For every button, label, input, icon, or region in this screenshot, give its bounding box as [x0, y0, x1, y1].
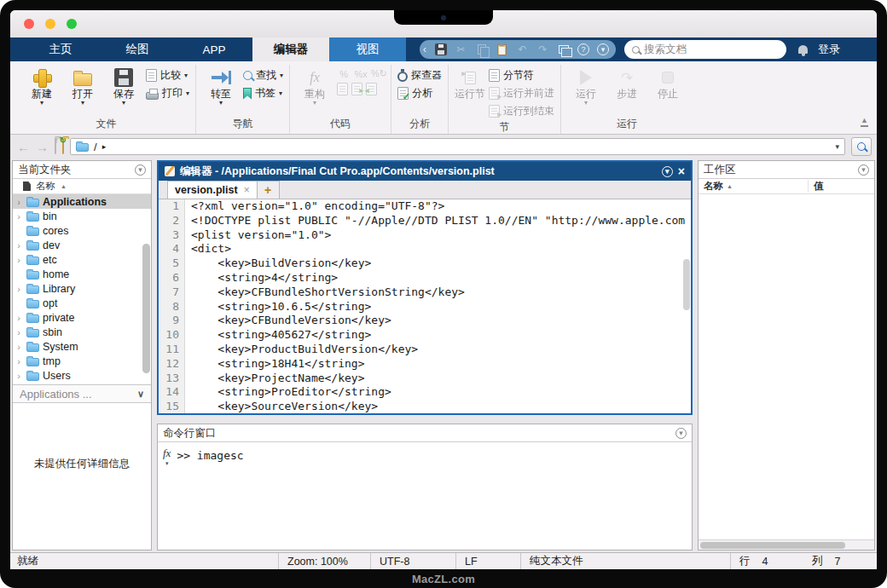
analyze-button[interactable]: ✓ 分析 — [397, 86, 442, 101]
code-line[interactable]: 1<?xml version="1.0" encoding="UTF-8"?> — [159, 199, 691, 214]
code-line[interactable]: 14 <string>ProEditor</string> — [159, 385, 691, 400]
quick-access-collapse-icon[interactable]: › — [423, 43, 426, 55]
tab-plots[interactable]: 绘图 — [99, 37, 176, 61]
smart-indent-icon[interactable] — [337, 83, 348, 95]
tree-item-private[interactable]: ›private — [13, 310, 151, 325]
close-window-button[interactable] — [24, 19, 34, 29]
command-prompt[interactable]: >> imagesc — [177, 448, 243, 462]
forward-icon[interactable]: → — [36, 141, 49, 153]
tree-item-cores[interactable]: cores — [13, 223, 151, 238]
tab-version-plist[interactable]: version.plist × — [167, 181, 258, 199]
editor-menu-icon[interactable]: ▾ — [662, 166, 673, 177]
folder-columns-header[interactable]: 名称 ▲ — [13, 179, 151, 194]
status-filetype[interactable]: 纯文本文件 — [520, 553, 730, 569]
editor-scrollbar[interactable] — [683, 259, 690, 310]
bookmark-button[interactable]: 书签▾ — [243, 86, 283, 101]
fx-button[interactable]: fx ▾ — [163, 448, 171, 469]
tree-item-system[interactable]: ›System — [13, 339, 151, 354]
tree-item-library[interactable]: ›Library — [13, 281, 151, 296]
tree-scrollbar[interactable] — [142, 244, 150, 373]
zoom-window-button[interactable] — [67, 19, 77, 29]
undo-icon[interactable]: ↶ — [516, 43, 529, 56]
paste-icon[interactable] — [496, 43, 508, 56]
code-line[interactable]: 2<!DOCTYPE plist PUBLIC "-//Apple//DTD P… — [159, 214, 691, 228]
notifications-button[interactable] — [798, 37, 808, 61]
quick-access-dropdown-icon[interactable]: ▾ — [597, 43, 609, 55]
browse-folder-button[interactable]: ↻ — [62, 139, 64, 154]
help-icon[interactable]: ? — [577, 43, 589, 55]
login-button[interactable]: 登录 — [808, 37, 852, 61]
tree-item-dev[interactable]: ›dev — [13, 238, 151, 252]
code-line[interactable]: 4<dict> — [159, 242, 691, 257]
doc-search-input[interactable]: 搜索文档 — [624, 40, 786, 59]
tab-apps[interactable]: APP — [176, 37, 252, 61]
tree-item-users[interactable]: ›Users — [13, 368, 151, 383]
expand-chevron-icon[interactable]: › — [14, 342, 23, 352]
workspace-menu-icon[interactable]: ▾ — [858, 164, 869, 176]
workspace-hscrollbar[interactable] — [699, 539, 874, 550]
code-line[interactable]: 13 <key>ProjectName</key> — [159, 372, 691, 386]
tree-item-etc[interactable]: ›etc — [13, 252, 151, 267]
copy-icon[interactable] — [475, 43, 488, 56]
expand-chevron-icon[interactable]: › — [14, 211, 23, 222]
editor-titlebar[interactable]: 编辑器 - /Applications/Final Cut Pro.app/Co… — [159, 162, 691, 181]
code-line[interactable]: 3<plist version="1.0"> — [159, 228, 691, 243]
tree-item-applications[interactable]: ›Applications — [13, 194, 151, 209]
folder-search-button[interactable] — [851, 137, 872, 156]
expand-chevron-icon[interactable]: › — [14, 327, 23, 337]
tab-home[interactable]: 主页 — [22, 37, 99, 61]
back-icon[interactable]: ← — [17, 141, 30, 153]
tab-editor[interactable]: 编辑器 — [252, 37, 329, 61]
tab-close-icon[interactable]: × — [244, 184, 250, 196]
path-caret-icon[interactable]: ▸ — [102, 142, 107, 151]
tree-item-sbin[interactable]: ›sbin — [13, 325, 151, 339]
tree-item-opt[interactable]: opt — [13, 296, 151, 310]
redo-icon[interactable]: ↷ — [536, 43, 549, 56]
code-line[interactable]: 10 <string>405627</string> — [159, 328, 691, 343]
status-zoom[interactable]: Zoom: 100% — [278, 553, 370, 569]
step-button[interactable]: ↷ 步进 — [608, 65, 646, 100]
section-break-button[interactable]: 分节符 — [489, 68, 554, 83]
code-line[interactable]: 5 <key>BuildVersion</key> — [159, 257, 691, 271]
wrap-comments-icon[interactable]: %↻ — [371, 68, 385, 79]
command-window-body[interactable]: fx ▾ >> imagesc — [158, 442, 692, 550]
find-button[interactable]: 查找▾ — [243, 68, 283, 83]
code-line[interactable]: 11 <key>ProductBuildVersion</key> — [159, 343, 691, 357]
new-button[interactable]: 新建▾ — [23, 65, 61, 107]
code-line[interactable]: 6 <string>4</string> — [159, 271, 691, 285]
cut-icon[interactable]: ✂ — [455, 43, 467, 56]
code-line[interactable]: 8 <string>10.6.5</string> — [159, 300, 691, 314]
path-dropdown-icon[interactable]: ▾ — [835, 142, 839, 151]
workspace-body[interactable] — [699, 194, 874, 539]
code-line[interactable]: 15 <key>SourceVersion</key> — [159, 400, 691, 413]
profiler-button[interactable]: 探查器 — [397, 68, 442, 83]
save-icon[interactable] — [434, 43, 447, 56]
workspace-columns-header[interactable]: 名称 ▲ 值 — [699, 179, 874, 194]
save-button[interactable]: 保存▾ — [105, 65, 142, 107]
run-to-end-button[interactable]: ▸ 运行到结束 — [489, 104, 554, 118]
editor-close-icon[interactable]: × — [678, 165, 685, 177]
tree-item-tmp[interactable]: ›tmp — [13, 354, 151, 368]
run-section-button[interactable]: ▸ 运行节 — [455, 65, 485, 100]
details-accordion[interactable]: Applications ... ∨ — [13, 384, 151, 403]
expand-chevron-icon[interactable]: › — [14, 313, 23, 323]
indent-left-icon[interactable]: ◂ — [366, 83, 377, 95]
expand-chevron-icon[interactable]: › — [14, 356, 23, 366]
code-editor[interactable]: 1<?xml version="1.0" encoding="UTF-8"?>2… — [159, 199, 691, 413]
expand-chevron-icon[interactable]: › — [14, 284, 23, 294]
command-window-menu-icon[interactable]: ▾ — [675, 428, 687, 439]
new-tab-button[interactable]: + — [258, 181, 280, 199]
open-button[interactable]: 打开▾ — [64, 65, 101, 107]
panel-menu-icon[interactable]: ▾ — [135, 164, 146, 176]
new-window-icon[interactable] — [557, 43, 570, 56]
uncomment-icon[interactable]: %x — [354, 69, 368, 79]
comment-icon[interactable]: % — [337, 69, 351, 79]
goto-button[interactable]: 转至▾ — [202, 65, 240, 107]
tree-item-bin[interactable]: ›bin — [13, 209, 151, 223]
run-advance-button[interactable]: ▸ 运行并前进 — [489, 86, 554, 101]
compare-button[interactable]: 比较▾ — [146, 68, 189, 83]
expand-chevron-icon[interactable]: › — [14, 371, 23, 381]
expand-chevron-icon[interactable]: › — [14, 197, 23, 207]
indent-right-icon[interactable]: ▸ — [351, 83, 362, 95]
path-breadcrumb[interactable]: / ▸ ▾ — [70, 138, 845, 155]
